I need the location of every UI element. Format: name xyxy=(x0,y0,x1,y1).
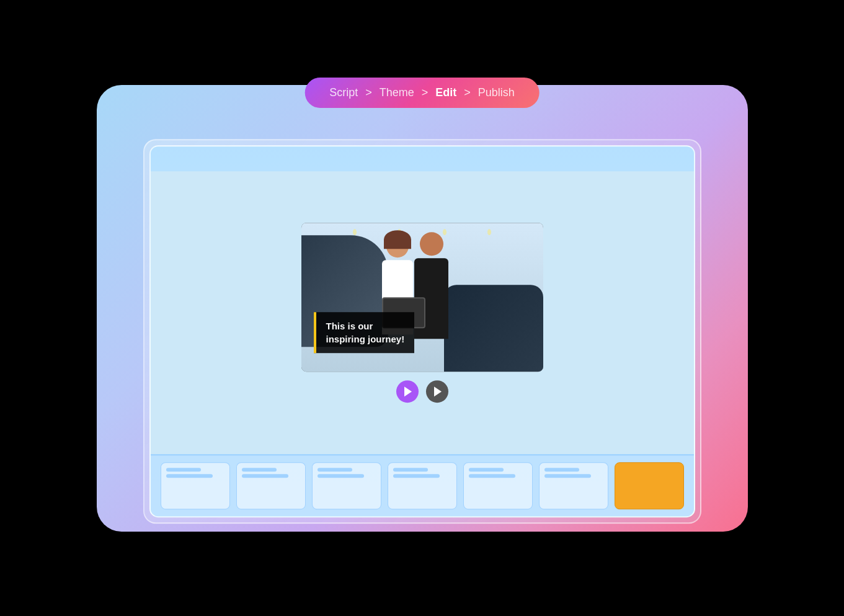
monitor-frame: This is our inspiring journey! xyxy=(143,139,701,524)
breadcrumb: Script > Theme > Edit > Publish xyxy=(304,78,540,108)
monitor-inner: This is our inspiring journey! xyxy=(149,145,695,517)
woman-hair xyxy=(384,230,411,249)
timeline-thumb-7-active[interactable] xyxy=(615,462,684,509)
breadcrumb-theme[interactable]: Theme xyxy=(380,86,414,99)
play-icon xyxy=(404,386,412,396)
thumb-line xyxy=(318,474,364,478)
video-overlay: This is our inspiring journey! xyxy=(314,312,415,353)
timeline-thumb-5[interactable] xyxy=(463,462,533,509)
breadcrumb-publish[interactable]: Publish xyxy=(478,86,515,99)
thumb-line xyxy=(166,468,201,471)
thumb-line xyxy=(242,474,288,478)
monitor-content: This is our inspiring journey! xyxy=(151,171,694,454)
thumb-line xyxy=(469,474,515,478)
woman-head xyxy=(386,235,409,257)
thumb-line xyxy=(318,468,352,471)
preview-button[interactable] xyxy=(426,380,448,403)
separator-1: > xyxy=(365,86,372,99)
thumb-line xyxy=(544,468,579,471)
play-button[interactable] xyxy=(396,380,419,403)
timeline-thumb-1[interactable] xyxy=(161,462,230,509)
light-1 xyxy=(353,229,357,235)
play-controls xyxy=(396,380,448,403)
separator-3: > xyxy=(464,86,471,99)
overlay-text: This is our inspiring journey! xyxy=(326,319,405,346)
man-head xyxy=(420,232,443,256)
thumb-line xyxy=(393,474,440,478)
timeline-thumb-6[interactable] xyxy=(539,462,608,509)
timeline-thumb-4[interactable] xyxy=(388,462,457,509)
separator-2: > xyxy=(422,86,429,99)
timeline-thumb-2[interactable] xyxy=(236,462,306,509)
thumb-line xyxy=(393,468,428,471)
breadcrumb-script[interactable]: Script xyxy=(329,86,358,99)
breadcrumb-edit[interactable]: Edit xyxy=(435,86,456,99)
light-4 xyxy=(487,229,491,235)
thumb-line xyxy=(469,468,504,471)
monitor-topbar xyxy=(151,146,694,171)
thumb-line xyxy=(544,474,591,478)
thumb-line xyxy=(242,468,277,471)
timeline-thumb-3[interactable] xyxy=(312,462,381,509)
timeline-bar xyxy=(151,454,694,516)
outer-container: Script > Theme > Edit > Publish xyxy=(81,60,763,556)
video-preview[interactable]: This is our inspiring journey! xyxy=(301,223,543,372)
thumb-line xyxy=(166,474,213,478)
preview-icon xyxy=(434,386,442,396)
car-right xyxy=(444,285,543,372)
